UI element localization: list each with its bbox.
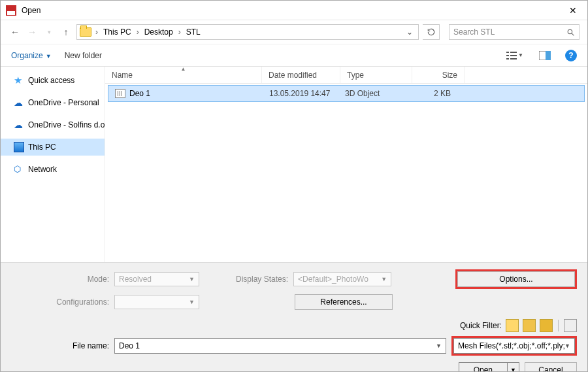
svg-line-1 — [572, 33, 574, 35]
quick-filter-label: Quick Filter: — [460, 321, 502, 330]
quick-filter-drawings-icon[interactable] — [540, 319, 553, 332]
quick-filter-assemblies-icon[interactable] — [523, 319, 536, 332]
sidebar-item-label: Network — [28, 165, 57, 174]
quick-filter-toplevel-icon[interactable] — [564, 319, 577, 332]
open-split-button: Open ▼ — [459, 362, 519, 372]
separator — [558, 320, 559, 331]
chevron-down-icon: ▼ — [381, 276, 387, 282]
chevron-down-icon: ▼ — [189, 299, 195, 305]
column-headers: Name ▲ Date modified Type Size — [105, 67, 587, 84]
cancel-button[interactable]: Cancel — [525, 362, 577, 372]
open-dropdown[interactable]: ▼ — [508, 362, 519, 372]
search-input[interactable]: Search STL — [449, 24, 580, 40]
file-name-label: File name: — [11, 341, 109, 350]
chevron-down-icon: ▼ — [189, 276, 195, 282]
network-icon: ⬡ — [14, 164, 24, 175]
svg-rect-3 — [510, 52, 517, 53]
back-button[interactable]: ← — [8, 27, 22, 37]
svg-rect-2 — [506, 52, 509, 53]
folder-icon — [80, 27, 91, 37]
chevron-right-icon[interactable]: › — [134, 27, 142, 37]
sort-asc-icon: ▲ — [181, 66, 186, 72]
chevron-right-icon[interactable]: › — [176, 27, 184, 37]
file-row[interactable]: Deo 1 13.05.2019 14:47 3D Object 2 KB — [108, 85, 585, 102]
search-placeholder: Search STL — [453, 27, 495, 37]
svg-rect-5 — [510, 55, 517, 56]
title-bar: Open ✕ — [1, 1, 587, 20]
search-icon — [566, 28, 575, 37]
col-type[interactable]: Type — [340, 67, 412, 83]
crumb-desktop[interactable]: Desktop — [143, 26, 174, 38]
file-type: 3D Object — [338, 89, 408, 98]
app-icon — [6, 5, 16, 16]
file-type-combo[interactable]: Mesh Files(*.stl;*.obj;*.off;*.ply; ▼ — [453, 338, 575, 354]
refresh-icon — [427, 27, 436, 37]
cloud-icon: ☁ — [14, 120, 24, 130]
organize-menu[interactable]: Organize▼ — [11, 51, 52, 60]
help-button[interactable]: ? — [565, 50, 577, 61]
file-name-input[interactable]: Deo 1 ▼ — [114, 338, 446, 354]
configurations-label: Configurations: — [11, 297, 109, 307]
sidebar-item-network[interactable]: ⬡ Network — [1, 161, 105, 178]
sidebar-item-label: Quick access — [28, 76, 74, 85]
sidebar-item-label: OneDrive - Personal — [28, 98, 99, 107]
col-date[interactable]: Date modified — [262, 67, 340, 83]
display-states-combo[interactable]: <Default>_PhotoWo▼ — [293, 272, 391, 286]
window-title: Open — [22, 6, 41, 15]
sidebar-item-thispc[interactable]: This PC — [1, 139, 105, 156]
main-area: ★ Quick access ☁ OneDrive - Personal ☁ O… — [1, 66, 587, 262]
quick-filter-parts-icon[interactable] — [506, 319, 519, 332]
forward-button: → — [25, 27, 39, 37]
file-name: Deo 1 — [129, 89, 150, 98]
options-button[interactable]: Options... — [457, 271, 575, 287]
file-date: 13.05.2019 14:47 — [263, 89, 338, 98]
configurations-combo[interactable]: ▼ — [114, 295, 199, 309]
cloud-icon: ☁ — [14, 97, 24, 108]
close-button[interactable]: ✕ — [564, 3, 582, 18]
nav-row: ← → ▾ ↑ › This PC › Desktop › STL ⌄ Sear… — [1, 20, 587, 44]
svg-rect-9 — [546, 51, 551, 60]
svg-point-0 — [568, 29, 572, 34]
lower-panel: Mode: Resolved▼ Display States: <Default… — [1, 262, 587, 372]
crumb-stl[interactable]: STL — [185, 26, 202, 38]
sidebar-item-label: This PC — [28, 143, 56, 152]
crumb-thispc[interactable]: This PC — [102, 26, 133, 38]
address-bar[interactable]: › This PC › Desktop › STL ⌄ — [76, 24, 419, 40]
view-options-button[interactable]: ▼ — [505, 50, 525, 61]
refresh-button[interactable] — [423, 24, 440, 40]
col-size[interactable]: Size — [412, 67, 465, 83]
file-size: 2 KB — [408, 89, 457, 98]
address-dropdown[interactable]: ⌄ — [404, 27, 416, 37]
recent-dropdown[interactable]: ▾ — [42, 29, 56, 35]
mode-label: Mode: — [11, 275, 109, 284]
sidebar-item-quickaccess[interactable]: ★ Quick access — [1, 72, 105, 89]
star-icon: ★ — [14, 75, 24, 86]
chevron-right-icon[interactable]: › — [93, 27, 101, 37]
file-list: Name ▲ Date modified Type Size Deo 1 13.… — [105, 67, 587, 262]
display-states-label: Display States: — [236, 275, 288, 284]
preview-pane-button[interactable] — [538, 50, 552, 61]
svg-rect-6 — [506, 58, 509, 59]
file-icon — [115, 89, 125, 98]
sidebar-item-onedrive-solfins[interactable]: ☁ OneDrive - Solfins d.o — [1, 116, 105, 133]
sidebar-item-onedrive-personal[interactable]: ☁ OneDrive - Personal — [1, 94, 105, 111]
pc-icon — [14, 142, 24, 152]
mode-combo[interactable]: Resolved▼ — [114, 272, 199, 286]
chevron-down-icon[interactable]: ▼ — [564, 343, 570, 349]
toolbar: Organize▼ New folder ▼ ? — [1, 44, 587, 66]
up-button[interactable]: ↑ — [59, 27, 73, 37]
references-button[interactable]: References... — [295, 294, 393, 310]
svg-rect-7 — [510, 58, 517, 59]
sidebar: ★ Quick access ☁ OneDrive - Personal ☁ O… — [1, 67, 105, 262]
options-highlight: Options... — [455, 269, 577, 289]
new-folder-button[interactable]: New folder — [65, 51, 102, 60]
chevron-down-icon[interactable]: ▼ — [436, 343, 442, 349]
sidebar-item-label: OneDrive - Solfins d.o — [28, 120, 105, 129]
file-type-highlight: Mesh Files(*.stl;*.obj;*.off;*.ply; ▼ — [451, 336, 577, 356]
open-button[interactable]: Open — [459, 362, 508, 372]
svg-rect-4 — [506, 55, 509, 56]
col-name[interactable]: Name ▲ — [105, 67, 262, 83]
